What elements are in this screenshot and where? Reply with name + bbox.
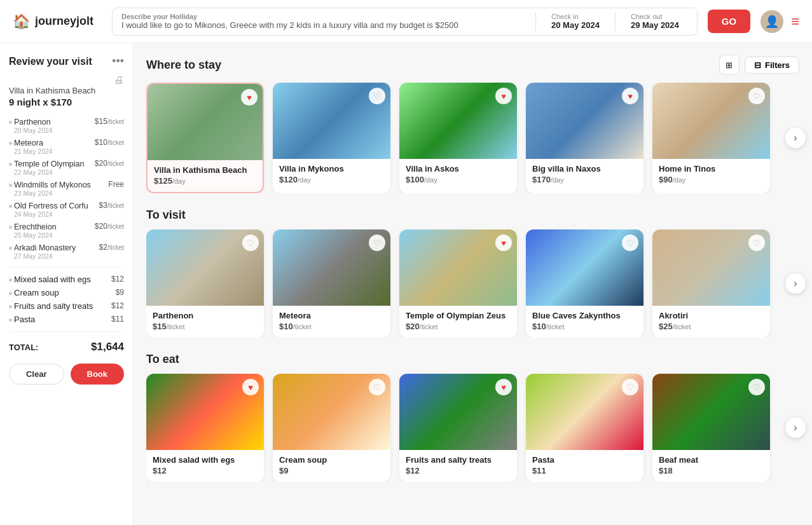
heart-button[interactable]: ♥ xyxy=(495,88,512,104)
card-price: $12 xyxy=(406,466,511,475)
card[interactable]: ♡ Akrotiri $25/ticket xyxy=(652,229,770,338)
item-date: 22 May 2024 xyxy=(9,168,84,176)
heart-button[interactable]: ♥ xyxy=(495,235,512,251)
card-body: Big villa in Naxos $170/day xyxy=(526,159,643,191)
book-button[interactable]: Book xyxy=(71,364,125,385)
filters-button[interactable]: ⊟ Filters xyxy=(745,57,799,74)
item-name: Erechtheion xyxy=(14,222,57,231)
main-layout: Review your visit ••• 🖨 Villa in Kathism… xyxy=(0,43,812,525)
card-body: Pasta $11 xyxy=(526,450,643,482)
card[interactable]: ♥ Villa in Askos $100/day xyxy=(399,83,517,193)
sidebar-food-items: Mixed salad with egs $12 Cream soup $9 F… xyxy=(9,273,124,326)
card-price: $120/day xyxy=(279,175,384,184)
main-content: Where to stay ⊞ ⊟ Filters ♥ Villa in Kat… xyxy=(134,43,812,525)
card[interactable]: ♡ Villa in Mykonos $120/day xyxy=(273,83,390,193)
sidebar-item: Erechtheion 25 May 2024 $20/ticket xyxy=(9,220,124,241)
checkin-label: Check in xyxy=(551,13,600,20)
stay-cards-wrapper: ♥ Villa in Kathisma Beach $125/day ♡ Vil… xyxy=(146,83,799,193)
sidebar-food-item: Cream soup $9 xyxy=(9,286,124,299)
eat-cards-wrapper: ♥ Mixed salad with egs $12 ♡ Cream soup … xyxy=(146,374,799,482)
heart-button[interactable]: ♡ xyxy=(622,379,638,395)
stay-cards-row: ♥ Villa in Kathisma Beach $125/day ♡ Vil… xyxy=(146,83,799,193)
stay-next-button[interactable]: › xyxy=(785,128,806,148)
heart-button[interactable]: ♥ xyxy=(242,379,259,395)
card[interactable]: ♡ Home in Tinos $90/day xyxy=(652,83,770,193)
card-name: Villa in Mykonos xyxy=(279,164,384,174)
total-label: TOTAL: xyxy=(9,343,38,352)
card-name: Parthenon xyxy=(153,311,258,320)
stay-section-header: Where to stay ⊞ ⊟ Filters xyxy=(146,55,799,75)
card[interactable]: ♡ Parthenon $15/ticket xyxy=(146,229,264,338)
card[interactable]: ♥ Mixed salad with egs $12 xyxy=(146,374,264,482)
card-body: Villa in Mykonos $120/day xyxy=(273,159,390,191)
heart-button[interactable]: ♡ xyxy=(622,235,638,251)
hamburger-icon[interactable]: ≡ xyxy=(791,13,799,30)
card-price: $15/ticket xyxy=(153,322,258,331)
card-body: Parthenon $15/ticket xyxy=(146,306,264,338)
card-name: Villa in Kathisma Beach xyxy=(154,165,256,175)
grid-view-button[interactable]: ⊞ xyxy=(719,55,740,75)
heart-button[interactable]: ♥ xyxy=(622,88,638,104)
food-item-price: $12 xyxy=(111,301,124,310)
stay-info: Villa in Kathisma Beach 9 night x $170 xyxy=(9,86,124,107)
card-body: Temple of Olympian Zeus $20/ticket xyxy=(399,306,517,338)
sidebar-item-info: Meteora 21 May 2024 xyxy=(9,138,53,155)
item-date: 20 May 2024 xyxy=(9,126,53,134)
food-item-name: Pasta xyxy=(9,315,35,324)
eat-section-title: To eat xyxy=(146,353,179,366)
item-price: $2/ticket xyxy=(99,243,124,252)
heart-button[interactable]: ♥ xyxy=(241,89,258,106)
sidebar-divider2 xyxy=(9,331,124,332)
heart-button[interactable]: ♥ xyxy=(495,379,512,395)
heart-button[interactable]: ♡ xyxy=(748,235,765,251)
card[interactable]: ♥ Fruits and salty treats $12 xyxy=(399,374,517,482)
heart-button[interactable]: ♡ xyxy=(748,88,765,104)
card-name: Beaf meat xyxy=(659,455,764,465)
card[interactable]: ♡ Cream soup $9 xyxy=(273,374,390,482)
card-price: $170/day xyxy=(532,175,637,184)
heart-button[interactable]: ♡ xyxy=(369,235,385,251)
card-body: Cream soup $9 xyxy=(273,450,390,482)
divider2 xyxy=(615,12,616,31)
eat-next-button[interactable]: › xyxy=(785,418,806,438)
sidebar-food-item: Mixed salad with egs $12 xyxy=(9,273,124,286)
card[interactable]: ♥ Big villa in Naxos $170/day xyxy=(526,83,643,193)
visit-section-header: To visit xyxy=(146,208,799,222)
card-price: $9 xyxy=(279,466,384,475)
card[interactable]: ♡ Meteora $10/ticket xyxy=(273,229,390,338)
heart-button[interactable]: ♡ xyxy=(242,235,259,251)
card[interactable]: ♡ Pasta $11 xyxy=(526,374,643,482)
item-date: 27 May 2024 xyxy=(9,252,76,260)
item-name: Arkadi Monastery xyxy=(14,243,76,252)
total-row: TOTAL: $1,644 xyxy=(9,337,124,357)
sidebar-item-info: Parthenon 20 May 2024 xyxy=(9,117,53,134)
card[interactable]: ♥ Villa in Kathisma Beach $125/day xyxy=(146,83,264,193)
card-body: Blue Caves Zakynthos $10/ticket xyxy=(526,306,643,338)
search-input[interactable] xyxy=(121,20,529,30)
food-item-price: $11 xyxy=(111,315,124,324)
heart-button[interactable]: ♡ xyxy=(369,379,385,395)
divider xyxy=(535,12,536,31)
card-body: Fruits and salty treats $12 xyxy=(399,450,517,482)
card[interactable]: ♡ Beaf meat $18 xyxy=(652,374,770,482)
sidebar-more-icon[interactable]: ••• xyxy=(112,55,124,68)
card-name: Mixed salad with egs xyxy=(153,455,258,465)
sidebar-item: Meteora 21 May 2024 $10/ticket xyxy=(9,136,124,157)
card-price: $20/ticket xyxy=(406,322,511,331)
card[interactable]: ♥ Temple of Olympian Zeus $20/ticket xyxy=(399,229,517,338)
sidebar-item-info: Arkadi Monastery 27 May 2024 xyxy=(9,243,76,260)
heart-button[interactable]: ♡ xyxy=(369,88,385,104)
go-button[interactable]: GO xyxy=(708,10,750,33)
visit-cards-row: ♡ Parthenon $15/ticket ♡ Meteora $10/tic… xyxy=(146,229,799,338)
clear-button[interactable]: Clear xyxy=(9,364,64,385)
item-price: $20/ticket xyxy=(95,159,124,168)
visit-next-button[interactable]: › xyxy=(785,273,806,294)
item-price: Free xyxy=(108,180,124,189)
print-icon[interactable]: 🖨 xyxy=(114,74,124,85)
avatar: 👤 xyxy=(760,10,783,33)
heart-button[interactable]: ♡ xyxy=(748,379,765,395)
sidebar-title: Review your visit xyxy=(9,56,92,67)
card[interactable]: ♡ Blue Caves Zakynthos $10/ticket xyxy=(526,229,643,338)
sidebar-item-info: Temple of Olympian 22 May 2024 xyxy=(9,159,84,176)
food-item-name: Mixed salad with egs xyxy=(9,275,91,284)
